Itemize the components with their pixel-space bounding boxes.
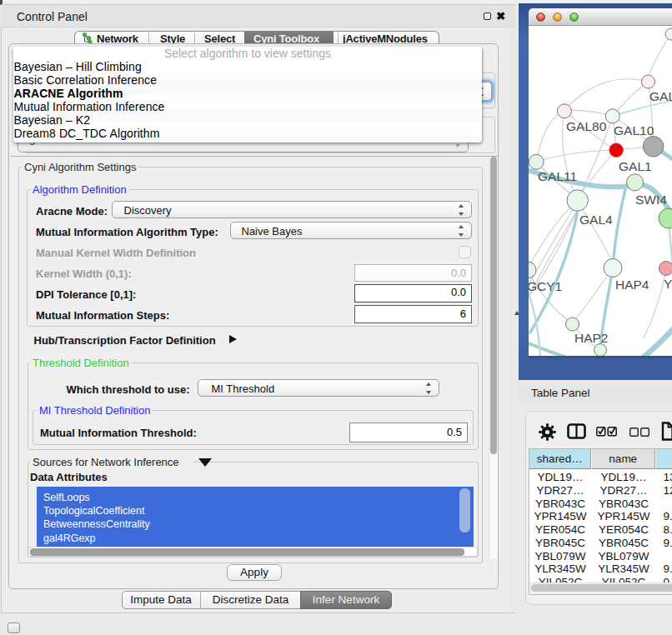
svg-text:GAL4: GAL4	[579, 212, 613, 227]
svg-text:YB: YB	[664, 277, 672, 291]
svg-text:GAL2: GAL2	[649, 89, 672, 103]
svg-text:GAL10: GAL10	[614, 123, 654, 138]
svg-text:GAL11: GAL11	[538, 169, 577, 183]
svg-text:SWI4: SWI4	[635, 192, 667, 207]
svg-text:HAP2: HAP2	[574, 331, 609, 345]
svg-text:GAL1: GAL1	[619, 159, 652, 173]
svg-text:GCY1: GCY1	[529, 279, 562, 293]
svg-text:HAP4: HAP4	[615, 278, 649, 292]
svg-text:GAL80: GAL80	[566, 119, 607, 133]
